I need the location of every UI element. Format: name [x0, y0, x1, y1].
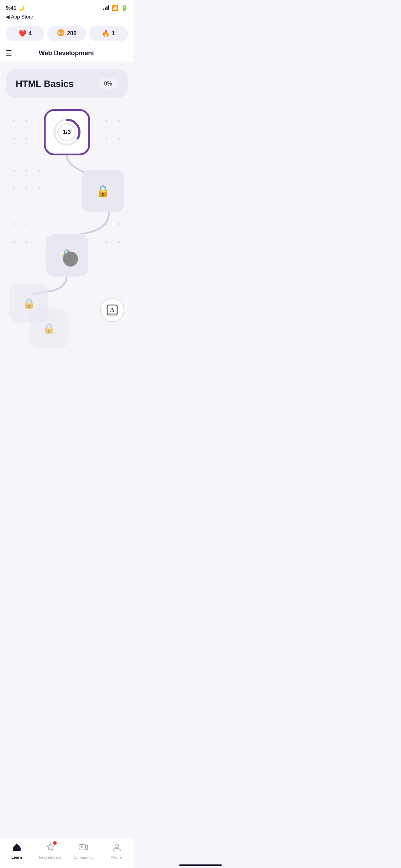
hearts-stat: ❤️ 4 [6, 26, 45, 41]
lesson-node-locked-4[interactable]: 🔒 [30, 309, 69, 348]
vocab-button[interactable]: A [100, 298, 124, 322]
module-card[interactable]: HTML Basics 0% [6, 69, 128, 98]
progress-value: 0% [104, 81, 112, 87]
fire-icon: 🔥 [102, 30, 110, 37]
progress-fraction: 1/3 [63, 129, 71, 135]
status-time: 9:41 [6, 5, 16, 11]
status-bar: 9:41 🌙 📶 🔋 [0, 0, 134, 12]
signal-icon [103, 5, 109, 10]
lock-icon-4: 🔒 [43, 322, 55, 334]
coins-stat: </> 200 [47, 26, 86, 41]
back-label: App Store [11, 14, 33, 20]
status-icons: 📶 🔋 [103, 4, 128, 11]
wifi-icon: 📶 [111, 4, 119, 11]
back-navigation[interactable]: ◀ App Store [0, 12, 134, 22]
menu-icon[interactable]: ☰ [6, 49, 12, 57]
lesson-title: Web Development [18, 50, 115, 57]
lesson-path: 1/3 🔒 🔒 🔒 🔒 A [6, 109, 128, 358]
lock-icon-1: 🔒 [96, 184, 110, 198]
lesson-header: ☰ Web Development [0, 45, 134, 62]
module-name: HTML Basics [16, 78, 74, 89]
moon-icon: 🌙 [18, 5, 24, 11]
streak-value: 1 [112, 30, 115, 37]
streak-stat: 🔥 1 [89, 26, 128, 41]
heart-icon: ❤️ [19, 30, 26, 37]
module-progress-badge: 0% [98, 78, 118, 90]
lesson-node-active[interactable]: 1/3 [44, 109, 90, 155]
stats-row: ❤️ 4 </> 200 🔥 1 [0, 22, 134, 45]
vocab-icon: A [106, 304, 119, 316]
battery-icon: 🔋 [121, 4, 128, 11]
coin-icon: </> [57, 29, 65, 38]
svg-text:</>: </> [58, 31, 64, 35]
scroll-indicator [63, 252, 78, 267]
main-content: HTML Basics 0% [0, 62, 134, 366]
svg-text:A: A [110, 307, 114, 313]
hearts-value: 4 [28, 30, 32, 37]
coins-value: 200 [67, 30, 77, 37]
lesson-node-locked-1[interactable]: 🔒 [82, 170, 124, 212]
lock-icon-3: 🔒 [23, 298, 35, 309]
progress-ring: 1/3 [51, 116, 83, 148]
back-arrow-icon: ◀ [6, 14, 10, 20]
